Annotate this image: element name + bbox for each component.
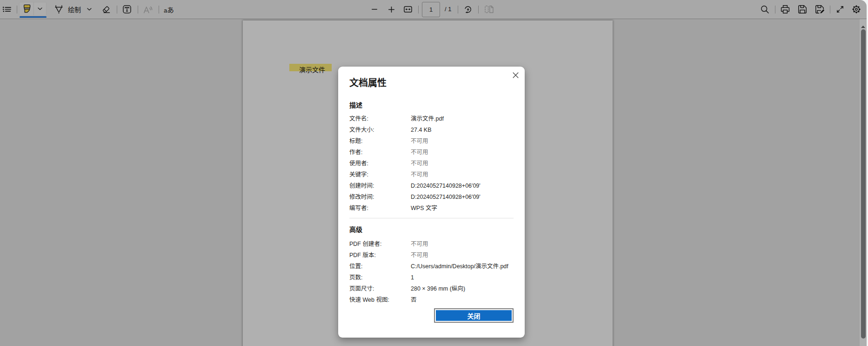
property-value: D:20240527140928+06'09' — [411, 180, 514, 191]
property-value: 不可用 — [411, 169, 514, 180]
dialog-title: 文档属性 — [349, 75, 387, 91]
section-divider — [349, 218, 514, 218]
property-value: 不可用 — [411, 158, 514, 169]
property-row: 位置: C:/Users/admin/Desktop/演示文件.pdf — [349, 261, 514, 272]
dialog-close-action-label: 关闭 — [436, 310, 512, 321]
property-label: 文件名: — [349, 113, 411, 124]
property-label: 位置: — [349, 261, 411, 272]
property-value: 27.4 KB — [411, 124, 514, 136]
property-row: 关键字: 不可用 — [349, 169, 514, 180]
property-label: 文件大小: — [349, 124, 411, 136]
property-label: PDF 版本: — [349, 250, 411, 261]
property-label: 快速 Web 视图: — [349, 294, 411, 305]
property-label: 修改时间: — [349, 191, 411, 203]
property-value: C:/Users/admin/Desktop/演示文件.pdf — [411, 261, 514, 272]
property-row: PDF 版本: 不可用 — [349, 250, 514, 261]
property-row: PDF 创建者: 不可用 — [349, 238, 514, 250]
property-row: 作者: 不可用 — [349, 147, 514, 158]
close-icon — [513, 72, 519, 78]
property-value: D:20240527140928+06'09' — [411, 191, 514, 203]
property-label: 编写者: — [349, 203, 411, 214]
property-value: 1 — [411, 272, 514, 283]
property-label: 页数: — [349, 272, 411, 283]
property-label: 作者: — [349, 147, 411, 158]
advanced-rows: PDF 创建者: 不可用 PDF 版本: 不可用 位置: C:/Users/ad… — [349, 238, 514, 305]
property-value: 否 — [411, 294, 514, 305]
property-label: 标题: — [349, 136, 411, 147]
property-row: 文件大小: 27.4 KB — [349, 124, 514, 136]
property-value: WPS 文字 — [411, 203, 514, 214]
property-row: 创建时间: D:20240527140928+06'09' — [349, 180, 514, 191]
property-label: 使用者: — [349, 158, 411, 169]
property-value: 不可用 — [411, 147, 514, 158]
property-row: 使用者: 不可用 — [349, 158, 514, 169]
property-row: 页数: 1 — [349, 272, 514, 283]
property-row: 文件名: 演示文件.pdf — [349, 113, 514, 124]
property-row: 页面尺寸: 280 × 396 mm (纵向) — [349, 283, 514, 294]
property-row: 编写者: WPS 文字 — [349, 203, 514, 214]
dialog-close-action-button[interactable]: 关闭 — [434, 308, 514, 323]
property-value: 不可用 — [411, 136, 514, 147]
description-rows: 文件名: 演示文件.pdf 文件大小: 27.4 KB 标题: 不可用 作者: … — [349, 113, 514, 214]
document-properties-dialog: 文档属性 描述 文件名: 演示文件.pdf 文件大小: 27.4 KB 标题: … — [338, 67, 525, 338]
property-label: PDF 创建者: — [349, 238, 411, 250]
property-label: 关键字: — [349, 169, 411, 180]
section-heading-advanced: 高级 — [349, 225, 362, 234]
property-value: 演示文件.pdf — [411, 113, 514, 124]
browser-frame: 绘制 — [0, 0, 868, 346]
property-value: 280 × 396 mm (纵向) — [411, 283, 514, 294]
property-row: 标题: 不可用 — [349, 136, 514, 147]
property-row: 快速 Web 视图: 否 — [349, 294, 514, 305]
property-label: 创建时间: — [349, 180, 411, 191]
dialog-close-button[interactable] — [509, 68, 522, 81]
property-row: 修改时间: D:20240527140928+06'09' — [349, 191, 514, 203]
property-value: 不可用 — [411, 250, 514, 261]
property-value: 不可用 — [411, 238, 514, 250]
section-heading-description: 描述 — [349, 101, 362, 110]
property-label: 页面尺寸: — [349, 283, 411, 294]
